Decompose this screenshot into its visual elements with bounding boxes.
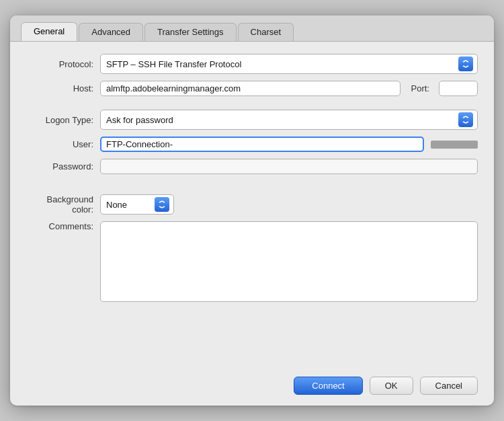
background-color-label: Background color: xyxy=(26,194,100,215)
background-color-chevron-icon xyxy=(155,197,169,212)
tab-bar: General Advanced Transfer Settings Chars… xyxy=(10,15,494,42)
user-input[interactable] xyxy=(100,137,424,152)
host-control: Port: xyxy=(100,81,478,96)
tab-advanced[interactable]: Advanced xyxy=(79,23,143,41)
protocol-select[interactable]: SFTP – SSH File Transfer Protocol xyxy=(100,54,478,74)
user-label: User: xyxy=(26,139,100,149)
user-row: User: xyxy=(26,137,478,152)
logon-type-value: Ask for password xyxy=(106,115,458,125)
host-input[interactable] xyxy=(100,81,401,96)
background-color-select[interactable]: None xyxy=(100,194,174,215)
logon-type-row: Logon Type: Ask for password xyxy=(26,110,478,130)
user-control xyxy=(100,137,478,152)
logon-type-label: Logon Type: xyxy=(26,115,100,125)
user-redacted xyxy=(431,141,478,149)
tab-charset[interactable]: Charset xyxy=(238,23,294,41)
password-control xyxy=(100,159,478,174)
comments-row: Comments: xyxy=(26,221,478,302)
background-color-row: Background color: None xyxy=(26,194,478,215)
port-input[interactable] xyxy=(439,81,478,96)
port-label: Port: xyxy=(411,83,429,93)
password-label: Password: xyxy=(26,161,100,171)
tab-general[interactable]: General xyxy=(21,22,77,41)
cancel-button[interactable]: Cancel xyxy=(420,377,478,395)
footer: Connect OK Cancel xyxy=(10,370,494,406)
protocol-label: Protocol: xyxy=(26,59,100,69)
form-content: Protocol: SFTP – SSH File Transfer Proto… xyxy=(10,42,494,370)
logon-type-control: Ask for password xyxy=(100,110,478,130)
protocol-control: SFTP – SSH File Transfer Protocol xyxy=(100,54,478,74)
ok-button[interactable]: OK xyxy=(370,377,413,395)
connect-button[interactable]: Connect xyxy=(294,377,362,395)
comments-label: Comments: xyxy=(26,221,100,231)
background-color-value: None xyxy=(106,200,155,210)
protocol-chevron-icon xyxy=(458,56,473,71)
host-label: Host: xyxy=(26,83,100,93)
logon-type-select[interactable]: Ask for password xyxy=(100,110,478,130)
tab-transfer-settings[interactable]: Transfer Settings xyxy=(144,23,237,41)
host-row: Host: Port: xyxy=(26,81,478,96)
comments-textarea[interactable] xyxy=(100,221,478,302)
protocol-value: SFTP – SSH File Transfer Protocol xyxy=(106,59,458,69)
password-input[interactable] xyxy=(100,159,478,174)
dialog: General Advanced Transfer Settings Chars… xyxy=(10,15,494,406)
protocol-row: Protocol: SFTP – SSH File Transfer Proto… xyxy=(26,54,478,74)
password-row: Password: xyxy=(26,159,478,174)
background-color-control: None xyxy=(100,194,478,215)
logon-type-chevron-icon xyxy=(458,112,473,127)
